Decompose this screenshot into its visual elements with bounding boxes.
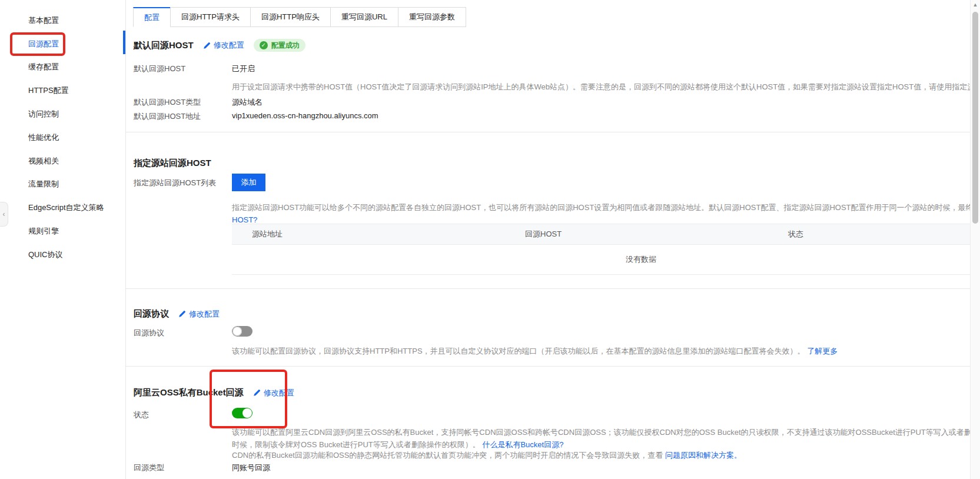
tab-origin-http-request-headers[interactable]: 回源HTTP请求头 — [170, 7, 251, 27]
scroll-up-icon[interactable]: ▲ — [971, 2, 980, 8]
column-header-status: 状态 — [788, 224, 803, 244]
protocol-label: 回源协议 — [134, 328, 164, 338]
edit-link-label: 修改配置 — [189, 309, 220, 320]
sidebar-item-performance[interactable]: 性能优化 — [0, 126, 125, 149]
protocol-description-text: 该功能可以配置回源协议，回源协议支持HTTP和HTTPS，并且可以自定义协议对应… — [232, 347, 805, 355]
vertical-scrollbar[interactable]: ▲ — [970, 0, 980, 479]
add-host-button[interactable]: 添加 — [232, 174, 265, 191]
tab-origin-http-response-headers[interactable]: 回源HTTP响应头 — [250, 7, 331, 27]
origin-type-label: 回源类型 — [134, 463, 164, 473]
table-header-row: 源站地址 回源HOST 状态 — [232, 224, 980, 245]
table-empty-state: 没有数据 — [232, 245, 980, 275]
edit-default-host-link[interactable]: 修改配置 — [203, 40, 244, 51]
edit-icon — [178, 310, 186, 318]
divider — [126, 132, 970, 132]
column-header-origin-address: 源站地址 — [252, 224, 283, 244]
divider — [126, 366, 970, 367]
problem-solution-link[interactable]: 问题原因和解决方案。 — [665, 451, 742, 460]
section-title: 回源协议 — [134, 308, 169, 320]
collapse-sidebar-icon: ‹ — [3, 210, 5, 218]
annotation-box-oss-toggle — [210, 370, 287, 428]
edit-icon — [203, 42, 211, 49]
section-default-host: 默认回源HOST 修改配置 ✓ 配置成功 — [134, 39, 305, 52]
sidebar-item-https-config[interactable]: HTTPS配置 — [0, 79, 125, 102]
what-is-host-link[interactable]: HOST? — [232, 215, 257, 224]
oss-description-line1: 该功能可以配置阿里云CDN回源到阿里云OSS的私有Bucket，支持同帐号CDN… — [232, 427, 980, 438]
scrollbar-thumb[interactable] — [972, 12, 978, 224]
column-header-origin-host: 回源HOST — [525, 224, 562, 244]
status-badge: ✓ 配置成功 — [254, 39, 305, 52]
default-host-description: 用于设定回源请求中携带的HOST值（HOST值决定了回源请求访问到源站IP地址上… — [232, 82, 980, 92]
sidebar-item-traffic-limit[interactable]: 流量限制 — [0, 173, 125, 197]
origin-type-value: 同账号回源 — [232, 463, 270, 473]
specified-host-table: 源站地址 回源HOST 状态 没有数据 — [232, 224, 980, 275]
default-host-value: 已开启 — [232, 64, 255, 74]
specified-host-description-line2: HOST? — [232, 215, 257, 224]
oss-description-line3-text: CDN的私有Bucket回源功能和OSS的静态网站托管功能的默认首页功能冲突，两… — [232, 451, 663, 460]
default-host-type-label: 默认回源HOST类型 — [134, 97, 201, 108]
edit-oss-private-link[interactable]: 修改配置 — [253, 388, 294, 398]
oss-description-line2: 时候，限制该令牌对OSS Bucket进行PUT等写入或者删除操作的权限）。 什… — [232, 440, 563, 450]
divider — [126, 288, 970, 289]
section-title: 指定源站回源HOST — [134, 158, 211, 169]
sidebar-item-cache-config[interactable]: 缓存配置 — [0, 56, 125, 79]
tab-bar: 配置 回源HTTP请求头 回源HTTP响应头 重写回源URL 重写回源参数 — [134, 7, 466, 27]
edit-link-label: 修改配置 — [264, 388, 294, 398]
status-badge-label: 配置成功 — [271, 41, 300, 51]
section-specified-host: 指定源站回源HOST — [134, 158, 211, 169]
sidebar-item-basic-config[interactable]: 基本配置 — [0, 9, 125, 32]
tab-rewrite-origin-params[interactable]: 重写回源参数 — [398, 7, 466, 27]
sidebar-item-rule-engine[interactable]: 规则引擎 — [0, 219, 125, 243]
specified-host-list-label: 指定源站回源HOST列表 — [134, 178, 216, 188]
section-oss-private-bucket: 阿里云OSS私有Bucket回源 修改配置 — [134, 387, 294, 398]
tab-config[interactable]: 配置 — [133, 7, 171, 27]
oss-status-label: 状态 — [134, 410, 149, 420]
sidebar-item-quic[interactable]: QUIC协议 — [0, 243, 125, 267]
cdn-origin-config-page: 基本配置 回源配置 缓存配置 HTTPS配置 访问控制 性能优化 视频相关 流量… — [0, 0, 980, 479]
edit-protocol-link[interactable]: 修改配置 — [178, 309, 220, 320]
default-host-type-value: 源站域名 — [232, 97, 263, 108]
sidebar-item-video[interactable]: 视频相关 — [0, 149, 125, 173]
oss-description-line3: CDN的私有Bucket回源功能和OSS的静态网站托管功能的默认首页功能冲突，两… — [232, 450, 742, 461]
learn-more-link[interactable]: 了解更多 — [807, 347, 838, 355]
default-host-label: 默认回源HOST — [134, 64, 185, 74]
sidebar-item-origin-config[interactable]: 回源配置 — [0, 32, 125, 56]
success-icon: ✓ — [260, 41, 268, 49]
oss-private-toggle[interactable] — [232, 408, 253, 418]
sidebar-item-access-control[interactable]: 访问控制 — [0, 102, 125, 126]
sidebar-item-edgescript[interactable]: EdgeScript自定义策略 — [0, 196, 125, 219]
specified-host-description: 指定源站回源HOST功能可以给多个不同的源站配置各自独立的回源HOST，也可以将… — [232, 202, 980, 213]
edit-link-label: 修改配置 — [214, 40, 244, 51]
sidebar: 基本配置 回源配置 缓存配置 HTTPS配置 访问控制 性能优化 视频相关 流量… — [0, 0, 126, 479]
default-host-address-label: 默认回源HOST地址 — [134, 111, 201, 122]
default-host-address-value: vip1xueden.oss-cn-hangzhou.aliyuncs.com — [232, 111, 378, 120]
protocol-toggle[interactable] — [232, 326, 253, 337]
tab-rewrite-origin-url[interactable]: 重写回源URL — [330, 7, 398, 27]
sidebar-active-indicator — [123, 31, 125, 54]
section-title: 默认回源HOST — [134, 40, 194, 51]
section-title: 阿里云OSS私有Bucket回源 — [134, 387, 244, 398]
oss-description-line2-text: 时候，限制该令牌对OSS Bucket进行PUT等写入或者删除操作的权限）。 — [232, 440, 480, 449]
what-is-private-bucket-link[interactable]: 什么是私有Bucket回源? — [482, 440, 563, 449]
sidebar-collapse-handle[interactable]: ‹ — [0, 202, 8, 227]
section-origin-protocol: 回源协议 修改配置 — [134, 308, 220, 320]
protocol-description: 该功能可以配置回源协议，回源协议支持HTTP和HTTPS，并且可以自定义协议对应… — [232, 346, 838, 357]
edit-icon — [253, 389, 261, 397]
